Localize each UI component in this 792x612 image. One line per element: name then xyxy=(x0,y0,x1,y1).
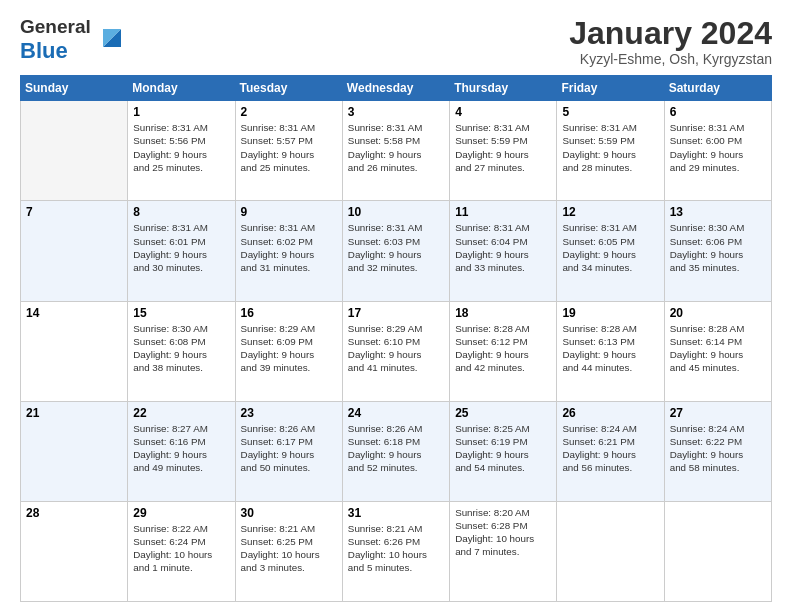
calendar-table: Sunday Monday Tuesday Wednesday Thursday… xyxy=(20,75,772,602)
table-row: 20Sunrise: 8:28 AMSunset: 6:14 PMDayligh… xyxy=(664,301,771,401)
logo-icon xyxy=(93,19,129,55)
table-row xyxy=(664,501,771,601)
header-sunday: Sunday xyxy=(21,76,128,101)
main-title: January 2024 xyxy=(569,16,772,51)
table-row: 1Sunrise: 8:31 AMSunset: 5:56 PMDaylight… xyxy=(128,101,235,201)
cell-info: Sunrise: 8:22 AMSunset: 6:24 PMDaylight:… xyxy=(133,522,229,575)
day-number: 1 xyxy=(133,105,229,119)
cell-info: Sunrise: 8:31 AMSunset: 6:03 PMDaylight:… xyxy=(348,221,444,274)
table-row: 26Sunrise: 8:24 AMSunset: 6:21 PMDayligh… xyxy=(557,401,664,501)
cell-info: Sunrise: 8:31 AMSunset: 5:57 PMDaylight:… xyxy=(241,121,337,174)
day-number: 11 xyxy=(455,205,551,219)
header-tuesday: Tuesday xyxy=(235,76,342,101)
calendar-row-1: 1Sunrise: 8:31 AMSunset: 5:56 PMDaylight… xyxy=(21,101,772,201)
table-row: 10Sunrise: 8:31 AMSunset: 6:03 PMDayligh… xyxy=(342,201,449,301)
day-number: 18 xyxy=(455,306,551,320)
table-row xyxy=(557,501,664,601)
day-number: 9 xyxy=(241,205,337,219)
cell-info: Sunrise: 8:26 AMSunset: 6:18 PMDaylight:… xyxy=(348,422,444,475)
table-row: 14 xyxy=(21,301,128,401)
cell-info: Sunrise: 8:31 AMSunset: 5:58 PMDaylight:… xyxy=(348,121,444,174)
table-row: 6Sunrise: 8:31 AMSunset: 6:00 PMDaylight… xyxy=(664,101,771,201)
cell-info: Sunrise: 8:29 AMSunset: 6:09 PMDaylight:… xyxy=(241,322,337,375)
table-row: 16Sunrise: 8:29 AMSunset: 6:09 PMDayligh… xyxy=(235,301,342,401)
weekday-header-row: Sunday Monday Tuesday Wednesday Thursday… xyxy=(21,76,772,101)
day-number: 29 xyxy=(133,506,229,520)
table-row: 8Sunrise: 8:31 AMSunset: 6:01 PMDaylight… xyxy=(128,201,235,301)
cell-info: Sunrise: 8:28 AMSunset: 6:14 PMDaylight:… xyxy=(670,322,766,375)
header: General Blue January 2024 Kyzyl-Eshme, O… xyxy=(20,16,772,67)
day-number: 30 xyxy=(241,506,337,520)
day-number: 4 xyxy=(455,105,551,119)
cell-info: Sunrise: 8:31 AMSunset: 5:59 PMDaylight:… xyxy=(562,121,658,174)
table-row: 3Sunrise: 8:31 AMSunset: 5:58 PMDaylight… xyxy=(342,101,449,201)
table-row: 7 xyxy=(21,201,128,301)
cell-info: Sunrise: 8:24 AMSunset: 6:21 PMDaylight:… xyxy=(562,422,658,475)
day-number: 2 xyxy=(241,105,337,119)
day-number: 25 xyxy=(455,406,551,420)
cell-info: Sunrise: 8:27 AMSunset: 6:16 PMDaylight:… xyxy=(133,422,229,475)
cell-info: Sunrise: 8:21 AMSunset: 6:25 PMDaylight:… xyxy=(241,522,337,575)
day-number: 8 xyxy=(133,205,229,219)
day-number: 6 xyxy=(670,105,766,119)
table-row xyxy=(21,101,128,201)
table-row: 9Sunrise: 8:31 AMSunset: 6:02 PMDaylight… xyxy=(235,201,342,301)
day-number: 13 xyxy=(670,205,766,219)
table-row: 19Sunrise: 8:28 AMSunset: 6:13 PMDayligh… xyxy=(557,301,664,401)
calendar-row-4: 2122Sunrise: 8:27 AMSunset: 6:16 PMDayli… xyxy=(21,401,772,501)
header-wednesday: Wednesday xyxy=(342,76,449,101)
subtitle: Kyzyl-Eshme, Osh, Kyrgyzstan xyxy=(569,51,772,67)
day-number: 17 xyxy=(348,306,444,320)
table-row: Sunrise: 8:20 AMSunset: 6:28 PMDaylight:… xyxy=(450,501,557,601)
cell-info: Sunrise: 8:31 AMSunset: 6:00 PMDaylight:… xyxy=(670,121,766,174)
day-number: 20 xyxy=(670,306,766,320)
cell-info: Sunrise: 8:30 AMSunset: 6:06 PMDaylight:… xyxy=(670,221,766,274)
table-row: 4Sunrise: 8:31 AMSunset: 5:59 PMDaylight… xyxy=(450,101,557,201)
cell-info: Sunrise: 8:31 AMSunset: 6:02 PMDaylight:… xyxy=(241,221,337,274)
table-row: 2Sunrise: 8:31 AMSunset: 5:57 PMDaylight… xyxy=(235,101,342,201)
cell-info: Sunrise: 8:31 AMSunset: 6:01 PMDaylight:… xyxy=(133,221,229,274)
day-number: 31 xyxy=(348,506,444,520)
table-row: 28 xyxy=(21,501,128,601)
table-row: 25Sunrise: 8:25 AMSunset: 6:19 PMDayligh… xyxy=(450,401,557,501)
table-row: 21 xyxy=(21,401,128,501)
calendar-row-2: 78Sunrise: 8:31 AMSunset: 6:01 PMDayligh… xyxy=(21,201,772,301)
table-row: 31Sunrise: 8:21 AMSunset: 6:26 PMDayligh… xyxy=(342,501,449,601)
day-number: 5 xyxy=(562,105,658,119)
table-row: 11Sunrise: 8:31 AMSunset: 6:04 PMDayligh… xyxy=(450,201,557,301)
table-row: 22Sunrise: 8:27 AMSunset: 6:16 PMDayligh… xyxy=(128,401,235,501)
cell-info: Sunrise: 8:26 AMSunset: 6:17 PMDaylight:… xyxy=(241,422,337,475)
table-row: 17Sunrise: 8:29 AMSunset: 6:10 PMDayligh… xyxy=(342,301,449,401)
title-block: January 2024 Kyzyl-Eshme, Osh, Kyrgyzsta… xyxy=(569,16,772,67)
cell-info: Sunrise: 8:24 AMSunset: 6:22 PMDaylight:… xyxy=(670,422,766,475)
cell-info: Sunrise: 8:25 AMSunset: 6:19 PMDaylight:… xyxy=(455,422,551,475)
cell-info: Sunrise: 8:31 AMSunset: 5:59 PMDaylight:… xyxy=(455,121,551,174)
day-number: 24 xyxy=(348,406,444,420)
table-row: 15Sunrise: 8:30 AMSunset: 6:08 PMDayligh… xyxy=(128,301,235,401)
day-number: 7 xyxy=(26,205,122,219)
header-monday: Monday xyxy=(128,76,235,101)
cell-info: Sunrise: 8:21 AMSunset: 6:26 PMDaylight:… xyxy=(348,522,444,575)
day-number: 3 xyxy=(348,105,444,119)
day-number: 19 xyxy=(562,306,658,320)
day-number: 21 xyxy=(26,406,122,420)
table-row: 13Sunrise: 8:30 AMSunset: 6:06 PMDayligh… xyxy=(664,201,771,301)
cell-info: Sunrise: 8:28 AMSunset: 6:13 PMDaylight:… xyxy=(562,322,658,375)
cell-info: Sunrise: 8:28 AMSunset: 6:12 PMDaylight:… xyxy=(455,322,551,375)
day-number: 12 xyxy=(562,205,658,219)
logo: General Blue xyxy=(20,16,129,64)
cell-info: Sunrise: 8:31 AMSunset: 5:56 PMDaylight:… xyxy=(133,121,229,174)
header-thursday: Thursday xyxy=(450,76,557,101)
header-friday: Friday xyxy=(557,76,664,101)
table-row: 27Sunrise: 8:24 AMSunset: 6:22 PMDayligh… xyxy=(664,401,771,501)
day-number: 14 xyxy=(26,306,122,320)
day-number: 15 xyxy=(133,306,229,320)
table-row: 24Sunrise: 8:26 AMSunset: 6:18 PMDayligh… xyxy=(342,401,449,501)
day-number: 23 xyxy=(241,406,337,420)
table-row: 30Sunrise: 8:21 AMSunset: 6:25 PMDayligh… xyxy=(235,501,342,601)
logo-text: General Blue xyxy=(20,16,91,64)
day-number: 10 xyxy=(348,205,444,219)
day-number: 26 xyxy=(562,406,658,420)
day-number: 22 xyxy=(133,406,229,420)
day-number: 27 xyxy=(670,406,766,420)
